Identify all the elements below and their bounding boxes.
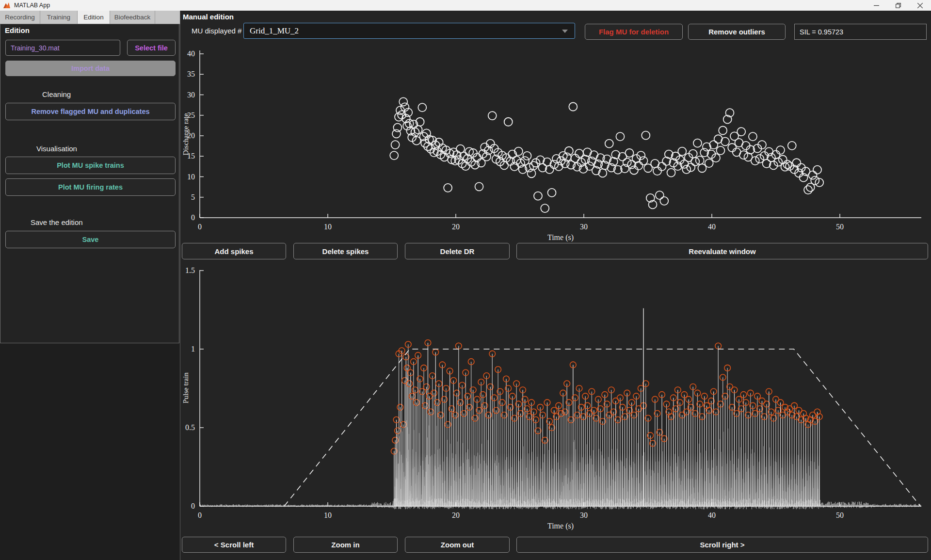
svg-text:30: 30: [580, 511, 588, 519]
scatter-point[interactable]: [488, 112, 497, 120]
zoom-in-button[interactable]: Zoom in: [293, 537, 398, 553]
mu-dropdown[interactable]: Grid_1_MU_2: [243, 23, 575, 39]
scatter-point[interactable]: [444, 184, 452, 192]
scatter-point[interactable]: [640, 157, 648, 165]
svg-text:0.5: 0.5: [185, 423, 195, 432]
reevaluate-window-button[interactable]: Reevaluate window: [516, 243, 928, 259]
svg-text:10: 10: [324, 511, 332, 519]
scatter-point[interactable]: [813, 166, 821, 174]
scatter-point[interactable]: [693, 139, 702, 147]
scatter-point[interactable]: [788, 142, 796, 150]
mu-displayed-label: MU displayed #: [192, 27, 241, 35]
scatter-point[interactable]: [528, 169, 536, 177]
remove-outliers-button[interactable]: Remove outliers: [688, 24, 786, 40]
scatter-point[interactable]: [616, 132, 624, 141]
flag-mu-deletion-button[interactable]: Flag MU for deletion: [585, 24, 683, 40]
scatter-point[interactable]: [737, 128, 745, 136]
svg-text:50: 50: [836, 223, 844, 231]
add-spikes-button[interactable]: Add spikes: [182, 243, 286, 259]
delete-dr-button[interactable]: Delete DR: [405, 243, 510, 259]
svg-text:40: 40: [187, 49, 195, 58]
scatter-point[interactable]: [548, 189, 556, 197]
scatter-point[interactable]: [583, 148, 592, 156]
scatter-point[interactable]: [660, 197, 668, 205]
svg-text:20: 20: [452, 223, 460, 231]
scatter-point[interactable]: [390, 151, 398, 160]
scatter-point[interactable]: [575, 149, 583, 158]
scatter-point[interactable]: [696, 156, 704, 164]
scatter-point[interactable]: [739, 151, 748, 159]
scatter-point[interactable]: [658, 162, 666, 171]
zoom-out-button[interactable]: Zoom out: [405, 537, 510, 553]
scatter-point[interactable]: [504, 118, 513, 126]
scatter-point[interactable]: [523, 152, 531, 160]
scatter-point[interactable]: [809, 171, 817, 179]
scatter-point[interactable]: [653, 167, 661, 175]
scatter-point[interactable]: [541, 204, 549, 212]
svg-text:35: 35: [187, 70, 195, 78]
svg-text:Time (s): Time (s): [547, 522, 574, 530]
svg-text:0: 0: [198, 223, 202, 231]
pulse-train-plot: 0102030405000.511.5Time (s)Pulse train: [182, 266, 921, 530]
scatter-point[interactable]: [399, 97, 407, 106]
scatter-point[interactable]: [749, 132, 757, 141]
scatter-point[interactable]: [534, 192, 542, 200]
svg-text:Discharge rate: Discharge rate: [182, 113, 190, 155]
scatter-point[interactable]: [716, 146, 724, 155]
scatter-point[interactable]: [625, 149, 633, 157]
svg-text:10: 10: [324, 223, 332, 231]
scatter-point[interactable]: [571, 154, 579, 162]
scatter-point[interactable]: [656, 191, 664, 199]
svg-text:0: 0: [191, 502, 195, 510]
svg-text:10: 10: [187, 173, 195, 181]
svg-text:5: 5: [191, 193, 195, 201]
scatter-point[interactable]: [705, 159, 713, 167]
scatter-point[interactable]: [642, 131, 650, 140]
scatter-point[interactable]: [751, 157, 759, 165]
svg-text:40: 40: [708, 223, 716, 231]
scatter-point[interactable]: [721, 137, 729, 145]
scatter-point[interactable]: [719, 127, 727, 135]
svg-text:40: 40: [708, 511, 716, 519]
scatter-point[interactable]: [804, 186, 812, 194]
svg-text:0: 0: [191, 213, 195, 222]
delete-spikes-button[interactable]: Delete spikes: [293, 243, 398, 259]
scatter-point[interactable]: [569, 103, 577, 111]
svg-text:Pulse train: Pulse train: [182, 372, 190, 403]
discharge-rate-plot: 010203040500510152025303540Time (s)Disch…: [182, 49, 921, 242]
scatter-point[interactable]: [776, 146, 785, 154]
scatter-point[interactable]: [475, 182, 483, 191]
scroll-right-button[interactable]: Scroll right >: [516, 537, 928, 553]
svg-text:20: 20: [452, 511, 460, 519]
svg-text:30: 30: [580, 223, 588, 231]
chevron-down-icon: [562, 30, 568, 33]
scroll-left-button[interactable]: < Scroll left: [182, 537, 286, 553]
scatter-point[interactable]: [630, 166, 638, 174]
svg-text:0: 0: [198, 511, 202, 519]
svg-text:1.5: 1.5: [185, 266, 195, 274]
scatter-point[interactable]: [667, 169, 675, 177]
mu-dropdown-value: Grid_1_MU_2: [250, 26, 299, 36]
svg-text:30: 30: [187, 91, 195, 99]
svg-text:50: 50: [836, 511, 844, 519]
svg-text:1: 1: [191, 345, 195, 353]
scatter-point[interactable]: [391, 141, 400, 149]
scatter-point[interactable]: [605, 140, 613, 148]
plots-canvas: 010203040500510152025303540Time (s)Disch…: [0, 0, 931, 560]
scatter-point[interactable]: [393, 124, 401, 132]
scatter-point[interactable]: [678, 147, 686, 156]
matlab-app-window: MATLAB App Recording Training Edition Bi…: [0, 0, 931, 560]
scatter-point[interactable]: [418, 103, 426, 112]
svg-text:Time (s): Time (s): [547, 233, 574, 242]
sil-value-box: SIL = 0.95723: [794, 24, 927, 40]
manual-edition-title: Manual edition: [183, 13, 234, 21]
